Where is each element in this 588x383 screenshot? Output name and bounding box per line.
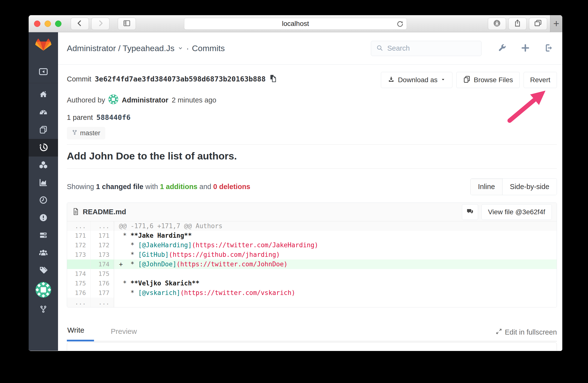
search-box[interactable] <box>371 41 482 56</box>
old-line-number[interactable]: 171 <box>67 231 91 240</box>
breadcrumb-section[interactable]: Commits <box>192 43 225 53</box>
sidebar-toggle-icon <box>122 19 131 29</box>
sidebar-item-project-avatar[interactable] <box>29 280 58 301</box>
diff-card: README.md View file @3e62f4f ......@@ -1… <box>67 203 557 307</box>
revert-button[interactable]: Revert <box>524 72 557 88</box>
close-window-button[interactable] <box>34 20 40 27</box>
new-project-plus-icon[interactable] <box>521 43 530 54</box>
new-line-number[interactable]: 171 <box>91 231 114 240</box>
sidebar-item-home[interactable] <box>29 86 58 104</box>
divider <box>67 144 557 145</box>
copy-sha-icon[interactable] <box>269 74 277 84</box>
breadcrumb[interactable]: Administrator / Typeahead.Js · Commits <box>67 43 225 53</box>
author-avatar[interactable] <box>108 95 118 106</box>
sidebar-item-dashboard[interactable] <box>29 104 58 121</box>
search-input[interactable] <box>387 44 461 52</box>
comment-input-box[interactable] <box>67 342 557 351</box>
edit-fullscreen-link[interactable]: Edit in fullscreen <box>495 328 557 341</box>
new-line-number[interactable]: 175 <box>91 269 114 279</box>
back-icon <box>76 19 84 28</box>
sidebar-collapse-button[interactable] <box>29 61 58 83</box>
new-line-number[interactable]: 174 <box>91 260 114 269</box>
parent-label: 1 parent <box>67 114 93 122</box>
address-bar[interactable] <box>184 18 407 30</box>
forward-button[interactable] <box>91 18 109 30</box>
old-line-number[interactable]: 175 <box>67 279 91 288</box>
old-line-number[interactable]: 174 <box>67 269 91 279</box>
header-icons <box>497 43 553 54</box>
sidebar-item-files[interactable] <box>29 121 58 139</box>
branch-badge[interactable]: master <box>67 127 105 139</box>
project-avatar <box>36 282 51 299</box>
summary-and: and <box>200 183 211 191</box>
sidebar-item-merge-requests[interactable] <box>29 227 58 245</box>
new-line-number[interactable]: 173 <box>91 250 114 260</box>
copy-files-icon <box>463 75 471 85</box>
diff-row: ......@@ -171,6 +171,7 @@ Authors <box>67 221 557 231</box>
sign-out-icon[interactable] <box>544 43 553 54</box>
sidebar-item-milestones[interactable] <box>29 192 58 209</box>
chevron-down-icon[interactable] <box>177 43 183 53</box>
new-line-number[interactable]: 177 <box>91 288 114 298</box>
new-line-number[interactable]: 172 <box>91 240 114 250</box>
new-line-number[interactable]: ... <box>91 221 114 231</box>
inline-toggle-button[interactable]: Inline <box>470 178 502 195</box>
diff-row: 171171 * **Jake Harding** <box>67 231 557 240</box>
tab-preview[interactable]: Preview <box>110 327 139 341</box>
old-line-number[interactable]: 176 <box>67 288 91 298</box>
old-line-number[interactable] <box>67 260 91 269</box>
tabs-overview-button[interactable] <box>529 18 547 30</box>
edit-fullscreen-label: Edit in fullscreen <box>505 328 557 336</box>
diff-code-line: * [@JakeHarding](https://twitter.com/Jak… <box>114 240 557 250</box>
old-line-number[interactable]: 172 <box>67 240 91 250</box>
diff-code-line: * [GitHub](https://github.com/jharding) <box>114 250 557 260</box>
download-as-button[interactable]: Download as <box>381 72 452 88</box>
zoom-window-button[interactable] <box>55 20 62 27</box>
diff-code-line: * [@vskarich](https://twitter.com/vskari… <box>114 288 557 298</box>
commit-row: Commit 3e62f4fd7ae3fd384073ab598d6873b20… <box>67 72 557 88</box>
new-line-number[interactable]: ... <box>91 298 114 307</box>
share-button[interactable] <box>508 18 526 30</box>
author-name[interactable]: Administrator <box>122 96 168 104</box>
downloads-button[interactable] <box>488 18 506 30</box>
view-file-button[interactable]: View file @3e62f4f <box>482 204 552 220</box>
stacked-bars-icon <box>39 230 48 241</box>
old-line-number[interactable]: ... <box>67 298 91 307</box>
sidebar-item-builds[interactable] <box>29 156 58 174</box>
summary-with: with <box>146 183 158 191</box>
old-line-number[interactable]: ... <box>67 221 91 231</box>
sidebar-toggle-button[interactable] <box>118 18 136 30</box>
traffic-lights <box>34 20 62 27</box>
diff-row: ...... <box>67 298 557 307</box>
commit-title: Add John Doe to the list of authors. <box>67 151 557 162</box>
new-tab-button[interactable]: + <box>550 15 562 32</box>
commit-label: Commit <box>67 75 91 83</box>
new-line-number[interactable]: 176 <box>91 279 114 288</box>
gitlab-logo[interactable] <box>29 32 58 61</box>
tab-write[interactable]: Write <box>67 326 94 342</box>
sidebar-item-history[interactable] <box>29 139 58 156</box>
side-by-side-toggle-button[interactable]: Side-by-side <box>502 178 557 195</box>
sidebar-item-members[interactable] <box>29 245 58 262</box>
new-tab-plus-icon: + <box>553 18 559 30</box>
diff-filename[interactable]: README.md <box>83 208 126 216</box>
browse-files-button[interactable]: Browse Files <box>456 72 520 88</box>
minimize-window-button[interactable] <box>44 20 51 27</box>
area-chart-icon <box>39 178 48 188</box>
diff-row: 176177 * [@vskarich](https://twitter.com… <box>67 288 557 298</box>
members-people-icon <box>38 248 48 259</box>
sidebar-item-fork[interactable] <box>29 301 58 318</box>
parent-sha-link[interactable]: 588440f6 <box>96 113 130 122</box>
admin-wrench-icon[interactable] <box>497 43 506 54</box>
sidebar-item-issues[interactable] <box>29 209 58 227</box>
sidebar-item-graphs[interactable] <box>29 174 58 192</box>
gitlab-sidebar <box>29 32 58 351</box>
old-line-number[interactable]: 173 <box>67 250 91 260</box>
sidebar-item-labels[interactable] <box>29 262 58 280</box>
back-button[interactable] <box>71 18 89 30</box>
browse-files-label: Browse Files <box>474 76 513 84</box>
breadcrumb-project[interactable]: Administrator / Typeahead.Js <box>67 43 174 53</box>
url-input[interactable] <box>184 18 407 29</box>
refresh-icon[interactable] <box>396 20 404 29</box>
comment-button[interactable] <box>462 204 478 220</box>
